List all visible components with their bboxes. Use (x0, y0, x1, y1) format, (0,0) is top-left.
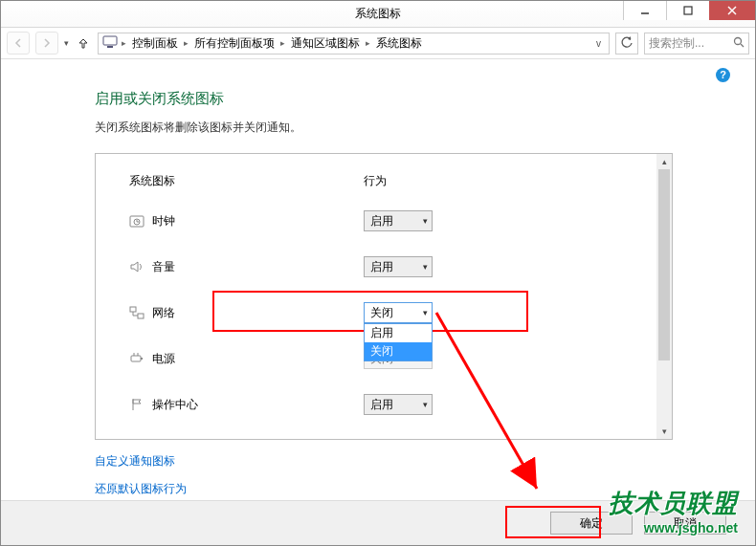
chevron-right-icon: ▸ (278, 38, 287, 48)
scrollbar[interactable]: ▴ ▾ (656, 154, 672, 439)
scroll-up-icon[interactable]: ▴ (656, 154, 672, 169)
chevron-right-icon: ▸ (182, 38, 190, 48)
svg-rect-14 (131, 356, 141, 361)
watermark: 技术员联盟 www.jsgho.net (609, 487, 738, 535)
breadcrumb-item[interactable]: 所有控制面板项 (192, 35, 277, 52)
svg-rect-5 (107, 46, 113, 48)
svg-rect-15 (141, 358, 143, 360)
content-area: 启用或关闭系统图标 关闭系统图标将删除该图标并关闭通知。 系统图标 行为 时钟 … (1, 59, 755, 545)
link-customize[interactable]: 自定义通知图标 (95, 453, 738, 470)
scroll-thumb[interactable] (658, 169, 670, 360)
chevron-right-icon: ▸ (364, 38, 372, 48)
row-label: 时钟 (152, 213, 364, 229)
maximize-button[interactable] (666, 1, 709, 20)
watermark-line2: www.jsgho.net (609, 520, 738, 535)
search-input[interactable]: 搜索控制... (644, 33, 749, 55)
svg-rect-1 (684, 7, 692, 14)
row-label: 操作中心 (152, 397, 364, 413)
select-network[interactable]: 关闭▾ (364, 302, 433, 323)
option-enable[interactable]: 启用 (365, 324, 432, 342)
clock-icon (129, 213, 152, 229)
col-behavior-header: 行为 (364, 173, 387, 189)
title-bar: 系统图标 (1, 1, 755, 28)
row-action-center: 操作中心 启用▾ (129, 390, 637, 419)
search-placeholder: 搜索控制... (649, 35, 704, 52)
settings-panel: 系统图标 行为 时钟 启用▾ 音量 启用▾ 网络 关闭▾ 启用 (95, 153, 673, 440)
refresh-button[interactable] (615, 33, 638, 55)
close-button[interactable] (709, 1, 755, 20)
flag-icon (129, 397, 152, 412)
breadcrumb-item[interactable]: 通知区域图标 (289, 35, 362, 52)
chevron-right-icon: ▸ (120, 38, 128, 48)
back-button[interactable] (7, 32, 30, 55)
forward-button[interactable] (35, 32, 58, 55)
window-controls (623, 1, 755, 20)
caret-down-icon: ▾ (423, 308, 428, 317)
svg-point-6 (735, 37, 742, 44)
recent-dropdown-icon[interactable]: ▾ (64, 38, 69, 48)
nav-bar: ▾ ▸ 控制面板 ▸ 所有控制面板项 ▸ 通知区域图标 ▸ 系统图标 v 搜索控… (1, 28, 755, 59)
select-dropdown: 启用 关闭 (364, 323, 433, 361)
search-icon (733, 36, 745, 51)
breadcrumb-item[interactable]: 控制面板 (130, 35, 180, 52)
scroll-down-icon[interactable]: ▾ (656, 424, 672, 439)
page-heading: 启用或关闭系统图标 (95, 90, 738, 108)
select-action-center[interactable]: 启用▾ (364, 394, 433, 415)
window-title: 系统图标 (355, 6, 401, 22)
option-disable[interactable]: 关闭 (365, 342, 432, 360)
address-dropdown-icon[interactable]: v (592, 38, 605, 49)
select-clock[interactable]: 启用▾ (364, 210, 433, 231)
caret-down-icon: ▾ (423, 216, 428, 226)
row-network: 网络 关闭▾ 启用 关闭 (129, 298, 637, 327)
col-icon-header: 系统图标 (129, 173, 364, 189)
svg-rect-4 (103, 36, 117, 45)
up-button[interactable] (75, 34, 92, 52)
minimize-button[interactable] (623, 1, 666, 20)
pc-icon (102, 35, 118, 52)
select-volume[interactable]: 启用▾ (364, 256, 433, 277)
address-bar[interactable]: ▸ 控制面板 ▸ 所有控制面板项 ▸ 通知区域图标 ▸ 系统图标 v (98, 33, 610, 55)
volume-icon (129, 259, 152, 274)
watermark-line1: 技术员联盟 (609, 487, 738, 520)
svg-rect-12 (130, 307, 136, 312)
network-icon (129, 305, 152, 320)
row-label: 电源 (152, 351, 364, 367)
row-volume: 音量 启用▾ (129, 252, 637, 281)
column-headers: 系统图标 行为 (129, 173, 637, 189)
row-label: 网络 (152, 305, 364, 321)
caret-down-icon: ▾ (423, 262, 428, 272)
svg-line-7 (741, 44, 744, 47)
caret-down-icon: ▾ (423, 400, 428, 409)
breadcrumb-item[interactable]: 系统图标 (374, 35, 424, 52)
power-icon (129, 351, 152, 366)
row-label: 音量 (152, 259, 364, 275)
row-clock: 时钟 启用▾ (129, 207, 637, 235)
page-subtext: 关闭系统图标将删除该图标并关闭通知。 (95, 120, 738, 136)
svg-rect-13 (138, 314, 144, 318)
